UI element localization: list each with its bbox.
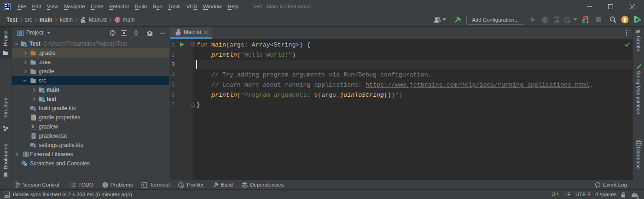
svg-text:?: ? <box>633 193 636 197</box>
